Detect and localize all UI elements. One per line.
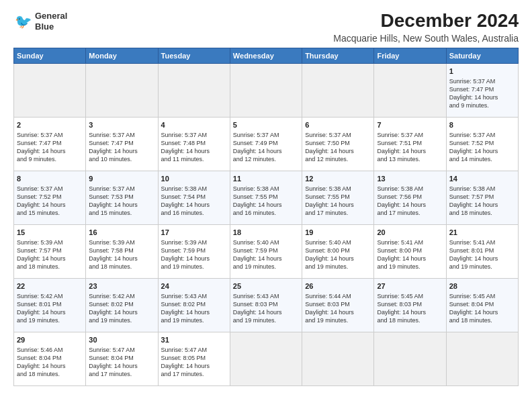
daylight-label: Daylight: 14 hoursand 15 minutes.	[89, 201, 138, 216]
sunrise-label: Sunrise: 5:47 AM	[161, 347, 208, 353]
sunset-label: Sunset: 7:52 PM	[449, 140, 494, 146]
table-row: 27 Sunrise: 5:45 AM Sunset: 8:03 PM Dayl…	[374, 278, 446, 332]
table-row: 4 Sunrise: 5:37 AM Sunset: 7:48 PM Dayli…	[158, 117, 230, 171]
sunrise-label: Sunrise: 5:41 AM	[377, 239, 423, 246]
sunset-label: Sunset: 7:54 PM	[161, 193, 206, 200]
day-number: 9	[89, 174, 154, 184]
day-number: 23	[89, 281, 154, 291]
day-number: 3	[89, 120, 154, 130]
table-row	[230, 63, 302, 117]
sunrise-label: Sunrise: 5:45 AM	[449, 293, 496, 300]
sunset-label: Sunset: 7:47 PM	[89, 140, 134, 146]
daylight-label: Daylight: 14 hoursand 17 minutes.	[305, 201, 354, 216]
day-number: 17	[161, 228, 227, 238]
main-title: December 2024	[333, 11, 519, 32]
day-number: 13	[377, 174, 443, 184]
sunset-label: Sunset: 7:49 PM	[233, 140, 278, 146]
sunset-label: Sunset: 7:55 PM	[305, 193, 350, 200]
sunset-label: Sunset: 7:47 PM	[17, 140, 62, 146]
logo-text: General Blue	[35, 11, 67, 32]
daylight-label: Daylight: 14 hoursand 19 minutes.	[233, 309, 282, 324]
sunrise-label: Sunrise: 5:43 AM	[161, 293, 208, 300]
table-row: 21 Sunrise: 5:41 AM Sunset: 8:01 PM Dayl…	[446, 224, 518, 278]
sunset-label: Sunset: 7:59 PM	[233, 247, 278, 254]
sunset-label: Sunset: 7:53 PM	[89, 193, 134, 200]
sunrise-label: Sunrise: 5:44 AM	[305, 293, 351, 300]
calendar-week-row: 2 Sunrise: 5:37 AM Sunset: 7:47 PM Dayli…	[14, 117, 519, 171]
daylight-label: Daylight: 14 hoursand 16 minutes.	[233, 201, 282, 216]
daylight-label: Daylight: 14 hoursand 14 minutes.	[449, 148, 498, 163]
sunrise-label: Sunrise: 5:37 AM	[377, 132, 423, 138]
table-row: 29 Sunrise: 5:46 AM Sunset: 8:04 PM Dayl…	[14, 332, 86, 385]
page: 🐦 General Blue December 2024 Macquarie H…	[0, 0, 532, 411]
day-number: 31	[161, 335, 227, 345]
table-row: 6 Sunrise: 5:37 AM Sunset: 7:50 PM Dayli…	[302, 117, 374, 171]
col-thursday: Thursday	[302, 48, 374, 63]
daylight-label: Daylight: 14 hoursand 18 minutes.	[449, 201, 498, 216]
day-number: 27	[377, 281, 443, 291]
sunrise-label: Sunrise: 5:42 AM	[17, 293, 63, 300]
table-row: 11 Sunrise: 5:38 AM Sunset: 7:55 PM Dayl…	[230, 171, 302, 224]
daylight-label: Daylight: 14 hoursand 19 minutes.	[233, 255, 282, 270]
sunset-label: Sunset: 8:01 PM	[17, 301, 62, 308]
table-row	[374, 332, 446, 385]
daylight-label: Daylight: 14 hoursand 16 minutes.	[161, 201, 210, 216]
daylight-label: Daylight: 14 hoursand 19 minutes.	[161, 309, 210, 324]
sunrise-label: Sunrise: 5:43 AM	[233, 293, 279, 300]
sunrise-label: Sunrise: 5:45 AM	[377, 293, 423, 300]
sunset-label: Sunset: 7:55 PM	[233, 193, 278, 200]
table-row: 26 Sunrise: 5:44 AM Sunset: 8:03 PM Dayl…	[302, 278, 374, 332]
table-row: 25 Sunrise: 5:43 AM Sunset: 8:03 PM Dayl…	[230, 278, 302, 332]
sunset-label: Sunset: 7:58 PM	[89, 247, 134, 254]
table-row: 19 Sunrise: 5:40 AM Sunset: 8:00 PM Dayl…	[302, 224, 374, 278]
day-number: 15	[17, 228, 83, 238]
table-row	[230, 332, 302, 385]
logo-icon: 🐦	[13, 12, 32, 31]
day-number: 7	[377, 120, 443, 130]
day-number: 16	[89, 228, 154, 238]
day-number: 19	[305, 228, 371, 238]
day-number: 5	[233, 120, 299, 130]
calendar-week-row: 1 Sunrise: 5:37 AM Sunset: 7:47 PM Dayli…	[14, 63, 519, 117]
day-number: 6	[305, 120, 371, 130]
table-row: 18 Sunrise: 5:40 AM Sunset: 7:59 PM Dayl…	[230, 224, 302, 278]
table-row	[14, 63, 86, 117]
sunrise-label: Sunrise: 5:37 AM	[17, 185, 63, 192]
sunrise-label: Sunrise: 5:37 AM	[17, 132, 63, 138]
day-number: 12	[305, 174, 371, 184]
day-number: 8	[449, 120, 515, 130]
day-number: 14	[449, 174, 515, 184]
sunset-label: Sunset: 7:51 PM	[377, 140, 422, 146]
table-row: 31 Sunrise: 5:47 AM Sunset: 8:05 PM Dayl…	[158, 332, 230, 385]
sunrise-label: Sunrise: 5:38 AM	[377, 185, 423, 192]
sunset-label: Sunset: 8:01 PM	[449, 247, 494, 254]
daylight-label: Daylight: 14 hoursand 17 minutes.	[161, 363, 210, 377]
table-row: 7 Sunrise: 5:37 AM Sunset: 7:51 PM Dayli…	[374, 117, 446, 171]
sunset-label: Sunset: 7:50 PM	[305, 140, 350, 146]
daylight-label: Daylight: 14 hoursand 19 minutes.	[449, 255, 498, 270]
day-number: 20	[377, 228, 443, 238]
daylight-label: Daylight: 14 hoursand 9 minutes.	[449, 94, 498, 109]
sunset-label: Sunset: 7:47 PM	[449, 86, 494, 93]
day-number: 18	[233, 228, 299, 238]
day-number: 2	[17, 120, 83, 130]
sunset-label: Sunset: 7:48 PM	[161, 140, 206, 146]
sunset-label: Sunset: 8:03 PM	[233, 301, 278, 308]
calendar: Sunday Monday Tuesday Wednesday Thursday…	[13, 48, 519, 386]
table-row: 10 Sunrise: 5:38 AM Sunset: 7:54 PM Dayl…	[158, 171, 230, 224]
sunrise-label: Sunrise: 5:38 AM	[305, 185, 351, 192]
sunset-label: Sunset: 8:03 PM	[377, 301, 422, 308]
sunrise-label: Sunrise: 5:40 AM	[233, 239, 279, 246]
col-wednesday: Wednesday	[230, 48, 302, 63]
daylight-label: Daylight: 14 hoursand 13 minutes.	[377, 148, 426, 163]
calendar-header-row: Sunday Monday Tuesday Wednesday Thursday…	[14, 48, 519, 63]
title-block: December 2024 Macquarie Hills, New South…	[333, 11, 519, 44]
day-number: 10	[161, 174, 227, 184]
sunset-label: Sunset: 8:02 PM	[161, 301, 206, 308]
daylight-label: Daylight: 14 hoursand 19 minutes.	[305, 309, 354, 324]
table-row: 20 Sunrise: 5:41 AM Sunset: 8:00 PM Dayl…	[374, 224, 446, 278]
calendar-week-row: 22 Sunrise: 5:42 AM Sunset: 8:01 PM Dayl…	[14, 278, 519, 332]
day-number: 26	[305, 281, 371, 291]
sunrise-label: Sunrise: 5:37 AM	[89, 132, 135, 138]
daylight-label: Daylight: 14 hoursand 18 minutes.	[89, 255, 138, 270]
